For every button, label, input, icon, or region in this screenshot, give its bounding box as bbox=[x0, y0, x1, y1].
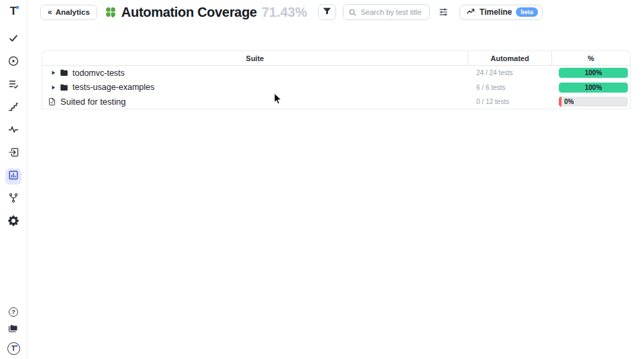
avatar-accent bbox=[15, 345, 17, 347]
column-header-percent: % bbox=[551, 51, 630, 65]
automated-count: 6 / 6 tests bbox=[468, 84, 551, 91]
timeline-button-label: Timeline bbox=[480, 7, 512, 17]
coverage-bar-label: 100% bbox=[559, 83, 628, 93]
table-header-row: Suite Automated % bbox=[42, 51, 630, 66]
search-box bbox=[343, 4, 430, 20]
coverage-bar-label: 100% bbox=[559, 68, 628, 78]
table-row-todomvc-tests[interactable]: todomvc-tests 24 / 24 tests 100% bbox=[42, 66, 630, 81]
app-logo[interactable]: T bbox=[10, 5, 17, 18]
column-header-suite: Suite bbox=[42, 51, 468, 65]
topbar: « Analytics Automation Coverage 71.43% bbox=[28, 0, 644, 24]
sidebar-item-pulse[interactable] bbox=[5, 123, 21, 139]
check-icon bbox=[8, 33, 19, 46]
checklist-icon bbox=[8, 79, 19, 92]
main-area: « Analytics Automation Coverage 71.43% bbox=[28, 0, 644, 359]
sidebar-item-import[interactable] bbox=[5, 146, 21, 162]
activity-icon bbox=[8, 124, 19, 138]
sidebar: T bbox=[0, 0, 28, 359]
folder-icon bbox=[60, 83, 68, 92]
trending-up-icon bbox=[466, 7, 476, 18]
gear-icon bbox=[8, 215, 19, 229]
projects-button[interactable] bbox=[8, 323, 19, 336]
account-avatar[interactable]: T bbox=[7, 342, 20, 355]
sidebar-item-analytics[interactable] bbox=[5, 168, 21, 185]
suite-name: todomvc-tests bbox=[72, 68, 125, 78]
back-to-analytics-button[interactable]: « Analytics bbox=[40, 5, 97, 20]
logo-accent bbox=[16, 6, 19, 9]
file-check-icon bbox=[48, 97, 56, 106]
coverage-table: Suite Automated % todomvc-tests 24 / 24 … bbox=[42, 50, 631, 109]
folders-icon bbox=[8, 324, 19, 336]
help-button[interactable]: ? bbox=[9, 307, 18, 317]
caret-right-icon[interactable] bbox=[50, 70, 56, 76]
automated-count: 24 / 24 tests bbox=[468, 69, 551, 76]
caret-right-icon[interactable] bbox=[50, 85, 56, 91]
coverage-bar: 0% bbox=[559, 97, 628, 107]
app-window: T bbox=[0, 0, 644, 359]
beta-badge: beta bbox=[516, 7, 538, 17]
table-row-suited-for-testing[interactable]: Suited for testing 0 / 12 tests 0% bbox=[42, 95, 630, 109]
chevrons-left-icon: « bbox=[48, 7, 52, 17]
timeline-button[interactable]: Timeline beta bbox=[460, 5, 543, 20]
funnel-icon bbox=[323, 7, 331, 17]
question-circle-icon: ? bbox=[9, 307, 18, 317]
clover-icon bbox=[105, 6, 117, 18]
filter-button[interactable] bbox=[318, 4, 336, 20]
coverage-bar-label: 0% bbox=[559, 97, 628, 107]
sidebar-item-test-plans[interactable] bbox=[5, 77, 21, 93]
search-icon bbox=[348, 7, 357, 19]
automated-count: 0 / 12 tests bbox=[468, 98, 551, 105]
folder-icon bbox=[60, 68, 68, 77]
play-circle-icon bbox=[8, 56, 19, 69]
fork-icon bbox=[8, 193, 19, 206]
table-row-tests-usage-examples[interactable]: tests-usage-examples 6 / 6 tests 100% bbox=[42, 81, 630, 95]
coverage-percent: 71.43% bbox=[262, 5, 307, 20]
sidebar-item-settings[interactable] bbox=[5, 214, 21, 230]
coverage-bar: 100% bbox=[559, 83, 628, 93]
stairs-icon bbox=[8, 101, 19, 115]
back-button-label: Analytics bbox=[56, 8, 90, 16]
suite-name: tests-usage-examples bbox=[72, 83, 154, 92]
sidebar-item-branches[interactable] bbox=[5, 191, 21, 207]
page-title: Automation Coverage bbox=[121, 5, 257, 20]
sidebar-item-runs[interactable] bbox=[5, 54, 21, 70]
sidebar-nav bbox=[5, 32, 21, 236]
box-arrow-in-icon bbox=[8, 147, 19, 160]
bar-chart-icon bbox=[8, 170, 19, 183]
sidebar-item-tests[interactable] bbox=[5, 32, 21, 48]
suite-name: Suited for testing bbox=[60, 97, 126, 107]
column-header-automated: Automated bbox=[468, 51, 551, 65]
sidebar-bottom: ? T bbox=[7, 307, 20, 355]
coverage-bar: 100% bbox=[559, 68, 628, 78]
sidebar-item-steps[interactable] bbox=[5, 100, 21, 116]
sliders-icon[interactable] bbox=[438, 7, 449, 17]
